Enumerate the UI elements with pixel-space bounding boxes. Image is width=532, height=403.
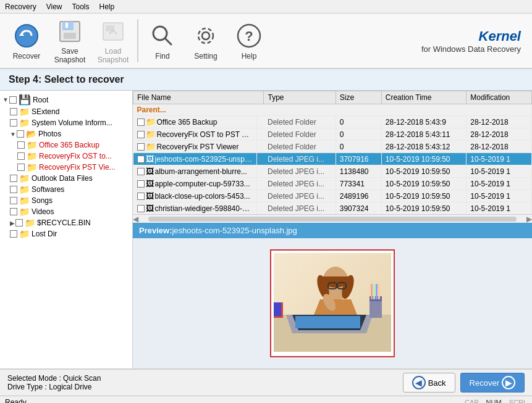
row-icon: 📁 [146,117,156,127]
tree-item-office365[interactable]: 📁 Office 365 Backup [0,139,132,151]
num-indicator: NUM [486,399,502,404]
row-checkbox[interactable] [137,131,145,138]
row-checkbox[interactable] [137,193,145,200]
tree-item-softwares[interactable]: 📁 Softwares [0,184,132,195]
row-icon: 🖼 [146,167,154,176]
svg-point-10 [202,32,209,39]
back-button[interactable]: ◀ Back [403,373,455,393]
load-snapshot-icon [98,17,128,46]
tree-item-songs[interactable]: 📁 Songs [0,195,132,206]
tree-checkbox-videos[interactable] [10,208,17,215]
col-creation[interactable]: Creation Time [381,91,466,104]
tree-checkbox-recoveryfix-pst[interactable] [17,164,25,171]
tree-checkbox-photos[interactable] [17,130,24,138]
help-button[interactable]: ? Help [227,16,271,65]
collapse-icon[interactable]: ▼ [2,96,9,103]
brand-sub: for Windows Data Recovery [421,44,521,54]
row-name: christian-wiediger-598840-u... [155,204,253,213]
table-row[interactable]: Parent... [133,104,532,116]
tree-checkbox-office365[interactable] [17,141,25,149]
folder-icon-photos: 📂 [26,129,36,139]
row-checkbox[interactable] [137,205,145,212]
tree-item-srecycle[interactable]: ▶ 📁 $RECYCLE.BIN [0,217,132,228]
hscroll-left-arrow[interactable]: ◀ [133,215,138,223]
row-size: 773341 [336,178,381,190]
row-size: 2489196 [336,190,381,202]
row-size: 3707916 [336,153,381,165]
recover-action-button[interactable]: Recover ▶ [460,373,525,393]
folder-icon-recoveryfix-ost: 📁 [27,151,37,161]
tree-item-videos[interactable]: 📁 Videos [0,206,132,217]
table-row[interactable]: 📁 RecoveryFix PST Viewer Deleted Folder … [133,141,532,153]
menu-recovery[interactable]: Recovery [0,1,41,12]
table-row[interactable]: 🖼 album-arrangement-blurre... Deleted JP… [133,165,532,178]
tree-item-outlook[interactable]: 📁 Outlook Data Files [0,173,132,184]
menu-view[interactable]: View [41,1,67,12]
tree-label-outlook: Outlook Data Files [32,174,93,183]
row-modification: 10-5-2019 1 [467,178,532,190]
file-table[interactable]: File Name Type Size Creation Time Modifi… [133,91,532,214]
row-checkbox[interactable] [137,143,145,151]
folder-icon-office365: 📁 [27,140,37,150]
recover-button[interactable]: Recover [5,16,48,65]
find-button[interactable]: Find [141,16,184,65]
tree-checkbox-lostdir[interactable] [10,230,17,238]
row-modification: 28-12-2018 [467,128,532,141]
save-snapshot-button[interactable]: Save Snapshot [48,16,91,65]
tree-item-photos[interactable]: ▼ 📂 Photos [0,128,132,139]
tree-item-root[interactable]: ▼ 💾 Root [0,93,132,106]
tree-checkbox-sextend[interactable] [10,108,17,115]
row-checkbox[interactable] [137,168,145,175]
col-type[interactable]: Type [264,91,336,104]
row-checkbox[interactable] [137,118,145,126]
row-checkbox[interactable] [137,156,145,163]
tree-checkbox-recoveryfix-ost[interactable] [17,152,25,160]
row-type: Deleted JPEG i... [268,155,324,164]
row-icon: 📁 [146,130,156,139]
hdd-icon: 💾 [19,94,31,106]
table-row[interactable]: 🖼 jeshoots-com-523925-unspl... Deleted J… [133,153,532,165]
menu-help[interactable]: Help [95,1,120,12]
folder-icon-srecycle: 📁 [25,218,35,228]
tree-panel[interactable]: ▼ 💾 Root 📁 SExtend 📁 System Volume Infor… [0,91,133,368]
row-name: apple-computer-cup-59733... [155,180,250,188]
tree-checkbox-outlook[interactable] [10,175,17,182]
row-checkbox[interactable] [137,180,145,188]
photos-expand-icon[interactable]: ▼ [10,131,16,138]
tree-checkbox-sysvolinfo[interactable] [10,119,17,127]
col-size[interactable]: Size [336,91,381,104]
hscroll-right-arrow[interactable]: ▶ [526,215,532,223]
col-modification[interactable]: Modification [467,91,532,104]
table-row[interactable]: 🖼 black-close-up-colors-5453... Deleted … [133,190,532,202]
tree-checkbox-songs[interactable] [10,197,17,204]
recover-label: Recover [13,52,41,60]
step-header: Step 4: Select to recover [0,69,532,91]
status-drive-label: Drive Type : [7,383,47,391]
hscroll-bar[interactable]: ◀ ▶ [133,214,532,223]
file-panel: File Name Type Size Creation Time Modifi… [133,91,532,368]
srecycle-expand-icon[interactable]: ▶ [10,220,15,226]
tree-label-office365: Office 365 Backup [39,141,99,149]
tree-item-lostdir[interactable]: 📁 Lost Dir [0,228,132,239]
col-filename[interactable]: File Name [133,91,264,104]
preview-header: Preview: jeshoots-com-523925-unsplash.jp… [133,223,532,238]
ready-status: Ready [5,398,27,404]
row-icon: 🖼 [146,154,154,164]
table-row[interactable]: 🖼 apple-computer-cup-59733... Deleted JP… [133,178,532,190]
table-row[interactable]: 🖼 christian-wiediger-598840-u... Deleted… [133,202,532,215]
setting-button[interactable]: Setting [184,16,227,65]
tree-checkbox-softwares[interactable] [10,186,17,193]
recover-action-label: Recover [470,378,499,388]
tree-item-recoveryfix-ost[interactable]: 📁 RecoveryFix OST to... [0,151,132,162]
row-creation: 10-5-2019 10:59:50 [381,178,466,190]
table-row[interactable]: 📁 Office 365 Backup Deleted Folder 0 28-… [133,116,532,128]
tree-item-sextend[interactable]: 📁 SExtend [0,106,132,117]
menu-tools[interactable]: Tools [67,1,94,12]
load-snapshot-button[interactable]: Load Snapshot [91,16,135,65]
table-row[interactable]: 📁 RecoveryFix OST to PST Co... Deleted F… [133,128,532,141]
tree-checkbox-root[interactable] [9,96,17,104]
tree-checkbox-srecycle[interactable] [15,219,23,226]
row-size: 0 [336,128,381,141]
tree-item-sysvolinfo[interactable]: 📁 System Volume Inform... [0,117,132,128]
tree-item-recoveryfix-pst[interactable]: 📁 RecoveryFix PST Vie... [0,162,132,173]
